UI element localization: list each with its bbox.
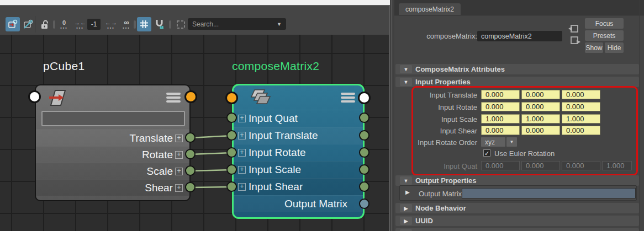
- wire-scale[interactable]: [191, 170, 232, 171]
- attr-display-connected-button[interactable]: →← ▪▪▪: [73, 18, 87, 32]
- pcube-row-rotate[interactable]: Rotate +: [36, 146, 189, 163]
- compose-shear-out-port[interactable]: [359, 181, 369, 192]
- input-translate-y-field[interactable]: 0.000: [521, 90, 560, 99]
- input-translate-x-field[interactable]: 0.000: [481, 90, 520, 99]
- graph-selected-nodes-button[interactable]: [6, 17, 20, 31]
- input-scale-y-field[interactable]: 1.000: [521, 114, 560, 123]
- pcube-scale-port[interactable]: [185, 165, 196, 176]
- tab-popout-icon[interactable]: [570, 36, 581, 45]
- compose-shear-in-port[interactable]: [226, 181, 237, 192]
- compose-quat-in-port[interactable]: [226, 112, 237, 123]
- snap-to-grid-button[interactable]: [152, 17, 167, 31]
- pcube-rotate-port[interactable]: [185, 149, 196, 159]
- focus-button[interactable]: Focus: [585, 18, 624, 29]
- tab-composematrix2[interactable]: composeMatrix2: [399, 3, 461, 15]
- pcube-translate-port[interactable]: [185, 132, 196, 143]
- expand-attr-icon[interactable]: +: [175, 168, 183, 175]
- section-node-behavior[interactable]: ▶ Node Behavior: [395, 203, 639, 213]
- compose-row-input-translate[interactable]: + Input Translate: [234, 127, 363, 144]
- collapse-arrow-icon[interactable]: ▼: [400, 78, 412, 86]
- grid-toggle-button[interactable]: [137, 17, 151, 31]
- pcube-output-port[interactable]: [184, 90, 197, 103]
- attr-display-none-button[interactable]: 0 ▪▪▪: [57, 18, 71, 32]
- compose-row-input-shear[interactable]: + Input Shear: [234, 178, 363, 195]
- dropdown-arrow-icon[interactable]: ▼: [506, 137, 517, 147]
- input-shear-y-field[interactable]: 0.000: [521, 126, 560, 135]
- attr-display-all-button[interactable]: ←→ ▪▪▪: [104, 18, 118, 32]
- hide-button[interactable]: Hide: [605, 42, 624, 53]
- input-rotate-y-field[interactable]: 0.000: [521, 102, 560, 111]
- section-extra-attributes[interactable]: ▶ Extra Attributes: [395, 228, 639, 231]
- compose-translate-in-port[interactable]: [226, 130, 237, 141]
- output-matrix-field[interactable]: [462, 188, 636, 198]
- pcube-shear-port[interactable]: [185, 182, 196, 192]
- compose-row-input-rotate[interactable]: + Input Rotate: [234, 144, 363, 161]
- node-menu-icon[interactable]: [166, 93, 181, 103]
- expand-attr-icon[interactable]: +: [238, 183, 246, 191]
- node-menu-icon[interactable]: [341, 93, 355, 103]
- section-output-properties[interactable]: ▼ Output Properties: [395, 175, 639, 186]
- compose-quat-out-port[interactable]: [359, 112, 369, 123]
- panel-splitter[interactable]: [390, 0, 394, 231]
- use-euler-label: Use Euler Rotation: [494, 149, 555, 158]
- input-shear-z-field[interactable]: 0.000: [562, 126, 600, 135]
- input-rotate-z-field[interactable]: 0.000: [562, 102, 600, 111]
- input-rotate-x-field[interactable]: 0.000: [481, 102, 520, 111]
- compose-rotate-out-port[interactable]: [359, 147, 369, 158]
- compose-row-input-scale[interactable]: + Input Scale: [234, 161, 363, 178]
- attr-display-everything-button[interactable]: ∞ ▪▪▪: [119, 18, 134, 32]
- compose-outputmatrix-port[interactable]: [359, 198, 369, 209]
- show-button[interactable]: Show: [585, 42, 603, 53]
- expand-attr-icon[interactable]: +: [238, 115, 246, 122]
- pcube-node[interactable]: Translate + Rotate + Scale + Shear +: [35, 84, 191, 201]
- collapse-arrow-icon[interactable]: ▼: [400, 65, 412, 73]
- section-input-properties[interactable]: ▼ Input Properties: [395, 77, 639, 87]
- matrix-icon: [249, 88, 272, 109]
- input-quat-w-field: 1.000: [602, 161, 632, 170]
- expand-attr-icon[interactable]: +: [175, 184, 183, 192]
- clear-graph-button[interactable]: [21, 17, 35, 31]
- expand-attr-icon[interactable]: +: [238, 166, 246, 174]
- compose-row-output-matrix[interactable]: Output Matrix: [234, 195, 363, 212]
- search-input[interactable]: Search... ▼: [188, 18, 286, 30]
- wire-shear[interactable]: [191, 187, 232, 187]
- pcube-name-field[interactable]: [41, 111, 185, 126]
- input-scale-x-field[interactable]: 1.000: [481, 114, 520, 123]
- wire-translate[interactable]: [191, 136, 232, 138]
- input-translate-z-field[interactable]: 0.000: [562, 90, 600, 99]
- compose-scale-out-port[interactable]: [359, 164, 369, 175]
- compose-input-port[interactable]: [225, 92, 238, 104]
- pcube-row-translate[interactable]: Translate +: [36, 130, 189, 146]
- expand-attr-icon[interactable]: +: [238, 149, 246, 157]
- expand-attr-icon[interactable]: +: [238, 132, 246, 139]
- attr-display-custom-field[interactable]: -1: [87, 19, 101, 30]
- expand-arrow-icon[interactable]: ▶: [400, 204, 412, 212]
- section-uuid[interactable]: ▶ UUID: [395, 216, 639, 226]
- presets-button[interactable]: Presets: [585, 30, 624, 41]
- pcube-row-shear[interactable]: Shear +: [36, 179, 189, 196]
- pcube-row-scale[interactable]: Scale +: [36, 163, 189, 179]
- expand-attr-icon[interactable]: +: [175, 135, 183, 142]
- frame-branch-button[interactable]: [173, 17, 188, 31]
- lock-editor-button[interactable]: [38, 17, 52, 31]
- compose-translate-out-port[interactable]: [359, 130, 369, 141]
- compose-matrix-node[interactable]: + Input Quat + Input Translate + Input R…: [232, 84, 365, 219]
- input-shear-x-field[interactable]: 0.000: [481, 126, 520, 135]
- node-name-input[interactable]: composeMatrix2: [477, 31, 562, 41]
- pcube-input-port[interactable]: [28, 90, 41, 103]
- compose-output-port[interactable]: [358, 92, 371, 104]
- wire-rotate[interactable]: [191, 153, 232, 154]
- compose-rotate-in-port[interactable]: [226, 147, 237, 158]
- node-graph-canvas[interactable]: pCube1 composeMatrix2 Translate + Rotate…: [0, 35, 390, 231]
- tab-dock-icon[interactable]: [568, 24, 579, 34]
- expand-arrow-icon[interactable]: ▶: [400, 217, 412, 225]
- expand-arrow-icon[interactable]: ▶: [405, 189, 410, 195]
- use-euler-checkbox[interactable]: ✓: [483, 149, 490, 157]
- expand-attr-icon[interactable]: +: [175, 151, 183, 159]
- section-composematrix-attributes[interactable]: ▼ ComposeMatrix Attributes: [395, 64, 639, 74]
- compose-scale-in-port[interactable]: [226, 164, 237, 175]
- rotate-order-dropdown[interactable]: xyz: [481, 137, 505, 147]
- collapse-arrow-icon[interactable]: ▼: [400, 176, 412, 185]
- compose-row-input-quat[interactable]: + Input Quat: [234, 110, 363, 127]
- input-scale-z-field[interactable]: 1.000: [562, 114, 600, 123]
